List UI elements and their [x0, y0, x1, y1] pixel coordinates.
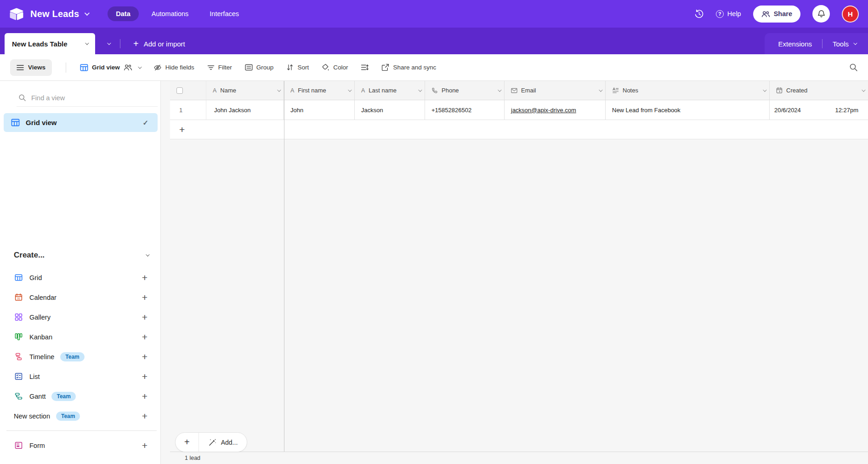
bell-icon — [817, 10, 825, 18]
sort-button[interactable]: Sort — [286, 64, 309, 71]
add-record-button[interactable]: + — [176, 433, 199, 452]
create-item-new-section[interactable]: New section Team + — [0, 406, 160, 426]
create-chevron-down-icon — [146, 252, 149, 256]
team-badge: Team — [60, 352, 84, 361]
create-item-gantt[interactable]: Gantt Team + — [0, 386, 160, 406]
group-button[interactable]: Group — [245, 64, 274, 71]
column-header-name[interactable]: A Name — [206, 81, 284, 100]
row-height-icon — [361, 64, 369, 71]
chevron-down-icon[interactable] — [498, 88, 501, 92]
sidebar-view-grid-view[interactable]: Grid view ✓ — [4, 113, 158, 132]
create-item-calendar[interactable]: 31 Calendar + — [0, 287, 160, 307]
select-all-checkbox[interactable] — [176, 87, 183, 94]
column-header-last-name[interactable]: A Last name — [355, 81, 425, 100]
cell-notes[interactable]: New Lead from Facebook — [606, 100, 770, 120]
add-or-import-button[interactable]: + Add or import — [133, 39, 185, 48]
search-button[interactable] — [849, 63, 858, 72]
chevron-down-icon[interactable] — [599, 88, 602, 92]
avatar[interactable]: H — [842, 6, 859, 23]
cell-name[interactable]: John Jackson — [206, 100, 284, 120]
color-button[interactable]: Color — [322, 63, 348, 71]
menu-lines-icon — [17, 65, 24, 70]
row-height-button[interactable] — [361, 64, 369, 71]
cell-created[interactable]: 20/6/2024 12:27pm — [770, 100, 868, 120]
share-and-sync-button[interactable]: Share and sync — [381, 63, 436, 71]
plus-icon: + — [184, 437, 190, 447]
create-item-list[interactable]: List + — [0, 367, 160, 386]
gallery-icon — [15, 313, 23, 321]
create-item-timeline[interactable]: Timeline Team + — [0, 347, 160, 367]
kanban-icon — [15, 333, 23, 341]
form-icon — [15, 441, 23, 449]
cell-email[interactable]: jackson@apix-drive.com — [505, 100, 606, 120]
column-header-notes[interactable]: Notes — [606, 81, 770, 100]
tables-list-chevron-down-icon[interactable] — [107, 41, 111, 45]
tab-data[interactable]: Data — [108, 6, 138, 21]
plus-icon[interactable]: + — [142, 391, 148, 401]
column-header-first-name[interactable]: A First name — [284, 81, 355, 100]
cell-phone[interactable]: +15852826502 — [425, 100, 505, 120]
table-tab-chevron-down-icon[interactable] — [85, 41, 89, 45]
views-button[interactable]: Views — [10, 59, 52, 76]
plus-icon: + — [179, 124, 185, 135]
calendar-icon: 31 — [15, 293, 23, 301]
create-item-gallery[interactable]: Gallery + — [0, 307, 160, 327]
create-item-grid[interactable]: Grid + — [0, 268, 160, 287]
plus-icon[interactable]: + — [142, 332, 148, 342]
base-title[interactable]: New Leads — [30, 9, 79, 19]
plus-icon[interactable]: + — [142, 292, 148, 302]
plus-icon[interactable]: + — [142, 441, 148, 450]
hide-fields-button[interactable]: Hide fields — [153, 64, 194, 71]
cell-first-name[interactable]: John — [284, 100, 355, 120]
tab-automations[interactable]: Automations — [143, 6, 197, 21]
cell-last-name[interactable]: Jackson — [355, 100, 425, 120]
tab-interfaces[interactable]: Interfaces — [201, 6, 247, 21]
plus-icon[interactable]: + — [142, 411, 148, 421]
text-field-icon: A — [361, 87, 365, 94]
chevron-down-icon[interactable] — [277, 88, 281, 92]
help-button[interactable]: ? Help — [716, 10, 741, 18]
help-label: Help — [727, 10, 741, 17]
email-link[interactable]: jackson@apix-drive.com — [511, 107, 576, 114]
plus-icon[interactable]: + — [142, 352, 148, 361]
create-section-header[interactable]: Create... — [14, 251, 148, 260]
create-item-kanban[interactable]: Kanban + — [0, 327, 160, 347]
column-header-created[interactable]: Created — [770, 81, 868, 100]
filter-button[interactable]: Filter — [207, 64, 232, 71]
frozen-column-divider[interactable] — [284, 81, 284, 452]
table-tab-new-leads[interactable]: New Leads Table — [5, 33, 95, 54]
created-time: 12:27pm — [835, 107, 858, 114]
add-with-ai-button[interactable]: Add... — [199, 433, 247, 452]
chevron-down-icon[interactable] — [862, 88, 865, 92]
share-button[interactable]: Share — [753, 6, 800, 23]
created-date: 20/6/2024 — [774, 107, 801, 114]
tools-button[interactable]: Tools — [833, 40, 856, 48]
chevron-down-icon[interactable] — [418, 88, 422, 92]
search-icon — [849, 63, 858, 72]
base-title-chevron-down-icon[interactable] — [85, 11, 90, 16]
column-header-phone[interactable]: Phone — [425, 81, 505, 100]
grid-view-switcher[interactable]: Grid view — [80, 63, 141, 72]
divider — [66, 63, 66, 73]
airtable-logo-icon[interactable] — [9, 7, 25, 20]
eye-off-icon — [153, 64, 162, 71]
find-view-input[interactable] — [31, 94, 132, 102]
add-record-pill: + Add... — [175, 432, 247, 452]
record-count: 1 lead — [185, 455, 200, 461]
plus-icon: + — [133, 39, 139, 48]
plus-icon[interactable]: + — [142, 312, 148, 322]
row-number: 1 — [179, 107, 182, 114]
created-time-field-icon — [776, 87, 783, 94]
plus-icon[interactable]: + — [142, 372, 148, 381]
chevron-down-icon[interactable] — [763, 88, 766, 92]
create-item-form[interactable]: Form + — [0, 435, 160, 455]
column-header-email[interactable]: Email — [505, 81, 606, 100]
notifications-button[interactable] — [812, 5, 830, 23]
history-icon[interactable] — [694, 9, 704, 19]
airtable-app: New Leads Data Automations Interfaces ? … — [0, 0, 868, 464]
row-number-cell[interactable]: 1 — [170, 100, 206, 120]
extensions-button[interactable]: Extensions — [778, 40, 812, 48]
add-row-strip[interactable]: + — [170, 120, 868, 139]
chevron-down-icon[interactable] — [348, 88, 352, 92]
plus-icon[interactable]: + — [142, 273, 148, 282]
